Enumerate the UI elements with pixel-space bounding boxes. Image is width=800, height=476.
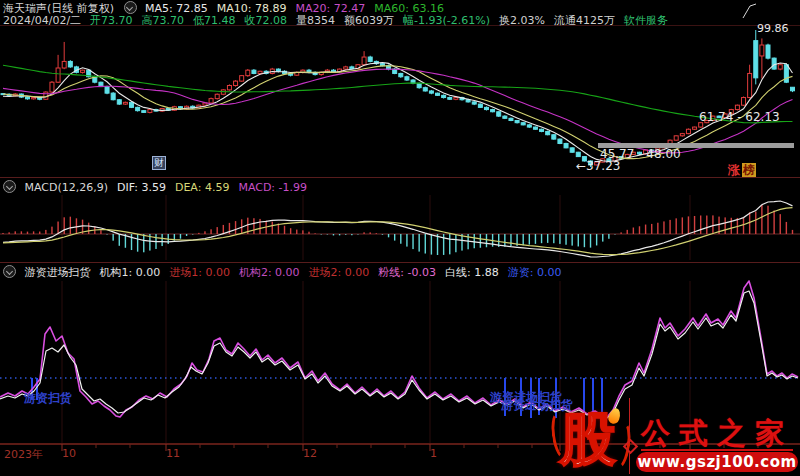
macd-values: MACD(12,26,9)DIF: 3.59DEA: 4.59MACD: -1.… [25,181,317,194]
header-item: 额6039万 [344,14,394,27]
axis-tick-label: 10 [62,447,76,460]
price-label: 99.86 [757,22,789,35]
header-item: 低71.48 [193,14,236,27]
header-item: 进场1: 0.00 [169,266,230,279]
collapse-indicator-icon[interactable] [3,265,16,278]
axis-tick-label: 2023年 [4,447,43,462]
signal-caption: 游资扫货 [24,390,72,407]
macd-header: MACD(12,26,9)DIF: 3.59DEA: 4.59MACD: -1.… [3,180,316,194]
price-label: 61.74 - 62.13 [699,110,780,124]
watermark-gu-char: 股 [560,402,616,476]
header-item: 量8354 [296,14,335,27]
header-item: DIF: 3.59 [117,181,166,194]
header-item: 2024/04/02/二 [3,14,81,27]
header-item: 游资: 0.00 [508,266,562,279]
header-item: 收72.08 [245,14,288,27]
watermark-divider [629,452,630,474]
header-item: DEA: 4.59 [175,181,229,194]
axis-tick-label: 12 [303,447,317,460]
indicator-header: 游资进场扫货机构1: 0.00进场1: 0.00机构2: 0.00进场2: 0.… [3,265,570,280]
rank-char-2: 榜 [742,163,756,177]
rank-badge[interactable]: 涨榜 [728,162,756,179]
finance-news-badge[interactable]: 财 [152,156,166,170]
header-item: 软件服务 [624,14,668,27]
watermark-url: www.gszj100.com [636,452,798,472]
header-line2: 2024/04/02/二开73.70高73.70低71.48收72.08量835… [3,13,677,28]
header-item: 换2.03% [499,14,545,27]
indicator-values: 游资进场扫货机构1: 0.00进场1: 0.00机构2: 0.00进场2: 0.… [25,266,571,279]
collapse-macd-icon[interactable] [3,180,16,193]
header-item: MACD(12,26,9) [25,181,109,194]
header-item: 进场2: 0.00 [309,266,370,279]
watermark-site-name: 公式之家 [641,414,793,454]
header-item: 机构1: 0.00 [100,266,161,279]
axis-tick-label: 1 [430,447,437,460]
watermark-underline [641,449,793,451]
rank-char-1: 涨 [728,163,740,177]
axis-tick-label: 11 [166,447,180,460]
header-item: 流通4125万 [554,14,615,27]
watermark-divider [629,398,630,438]
header-item: 幅-1.93(-2.61%) [403,14,490,27]
header-item: 高73.70 [142,14,185,27]
header-item: 粉线: -0.03 [378,266,436,279]
header-item: 游资进场扫货 [25,266,91,279]
header-item: MACD: -1.99 [238,181,307,194]
header-item: 开73.70 [90,14,133,27]
stock-app-window: 海天瑞声(日线 前复权) MA5: 72.85MA10: 78.89MA20: … [0,0,800,476]
header-item: 白线: 1.88 [445,266,499,279]
price-label: ←37.23 [576,159,620,173]
header-item: 机构2: 0.00 [239,266,300,279]
chart-canvas[interactable] [0,0,800,476]
